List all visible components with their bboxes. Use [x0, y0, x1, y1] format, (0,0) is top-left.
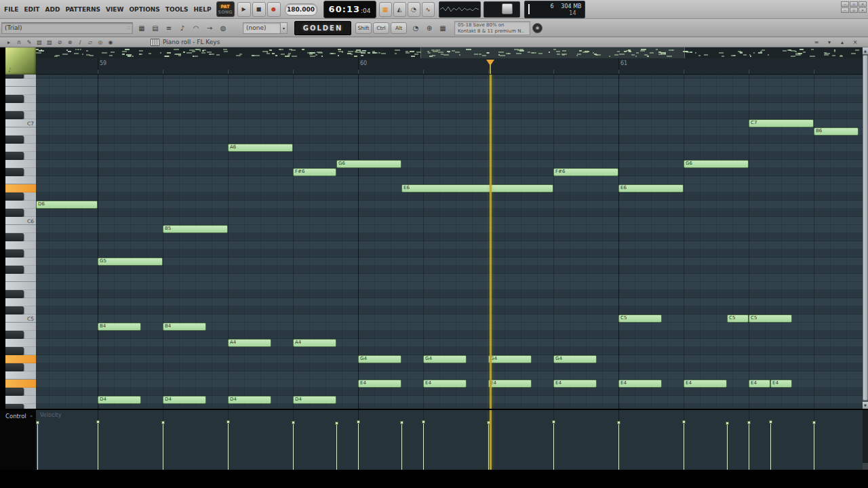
note-g4[interactable]: G4 — [358, 355, 401, 363]
note-d4[interactable]: D4 — [293, 396, 336, 404]
grid-row-ds5[interactable] — [36, 290, 863, 298]
song-preview-scrollbar[interactable] — [36, 47, 863, 58]
vertical-scrollbar[interactable]: ▲ ▼ — [863, 47, 868, 409]
control-target-selector[interactable]: Control » — [0, 410, 36, 470]
note-b4[interactable]: B4 — [98, 323, 141, 331]
note-b6[interactable]: B6 — [814, 127, 859, 136]
scrollbar-thumb[interactable] — [863, 55, 868, 401]
pr-maximize-icon[interactable]: ▴ — [837, 38, 847, 47]
wave-editor-icon[interactable]: ◠ — [190, 20, 202, 36]
grid-row-gs4[interactable] — [36, 347, 863, 355]
note-d4[interactable]: D4 — [163, 396, 206, 404]
velocity-stem[interactable] — [618, 422, 619, 470]
grid-row-d6[interactable] — [36, 201, 863, 209]
velocity-lane[interactable]: Velocity — [36, 410, 863, 470]
piano-key-f4[interactable] — [5, 371, 36, 380]
velocity-handle[interactable] — [682, 420, 686, 424]
velocity-stem[interactable] — [401, 422, 402, 470]
grid-row-gs6[interactable] — [36, 152, 863, 160]
world-icon[interactable]: ⊕ — [423, 20, 435, 36]
velocity-stem[interactable] — [293, 422, 294, 470]
slice-tool-icon[interactable]: ∕ — [75, 38, 85, 47]
grid-row-cs5[interactable] — [36, 306, 863, 314]
piano-key-b4[interactable] — [5, 323, 36, 331]
piano-notes-icon[interactable]: ♪ — [176, 20, 189, 36]
velocity-handle[interactable] — [357, 420, 360, 424]
note-g4[interactable]: G4 — [488, 355, 532, 363]
velocity-handle[interactable] — [292, 421, 295, 424]
inner-maximize-button[interactable]: ▫ — [850, 7, 858, 13]
modifier-alt[interactable]: Alt — [391, 22, 407, 34]
velocity-handle[interactable] — [161, 421, 165, 424]
grid-row-c7[interactable] — [36, 119, 863, 127]
piano-key-e7[interactable] — [5, 87, 36, 95]
note-e4[interactable]: E4 — [618, 380, 662, 388]
piano-key-e4[interactable] — [5, 380, 36, 388]
grid-row-f7[interactable] — [36, 79, 863, 87]
menu-item-edit[interactable]: EDIT — [21, 6, 42, 13]
velocity-stem[interactable] — [684, 422, 684, 470]
menu-item-view[interactable]: VIEW — [103, 6, 126, 13]
paint-drums-icon[interactable]: ▨ — [45, 38, 54, 47]
grid-row-cs6[interactable] — [36, 209, 863, 217]
grid-row-a5[interactable] — [36, 241, 863, 249]
piano-key-fs5[interactable] — [5, 266, 36, 274]
piano-key-cs7[interactable] — [5, 111, 36, 119]
delete-tool-icon[interactable]: ⊘ — [55, 38, 64, 47]
app-maximize-button[interactable]: ▫ — [850, 1, 858, 7]
grid-row-d5[interactable] — [36, 298, 863, 306]
velocity-handle[interactable] — [335, 422, 338, 425]
piano-key-c6[interactable]: C6 — [5, 217, 36, 225]
note-g6[interactable]: G6 — [336, 160, 401, 168]
velocity-stem[interactable] — [37, 422, 38, 470]
piano-key-gs4[interactable] — [5, 347, 36, 355]
grid-row-fs4[interactable] — [36, 363, 863, 371]
grid-row-a6[interactable] — [36, 144, 863, 152]
note-g6[interactable]: G6 — [684, 160, 749, 168]
velocity-stem[interactable] — [98, 422, 98, 470]
note-e6[interactable]: E6 — [618, 184, 684, 192]
time-display[interactable]: 60:13 :04 — [323, 1, 376, 18]
grid-row-d7[interactable] — [36, 103, 863, 111]
grid-row-a4[interactable] — [36, 339, 863, 347]
piano-key-g4[interactable] — [5, 355, 36, 363]
focus-selector[interactable]: (none) — [243, 22, 281, 34]
piano-key-f5[interactable] — [5, 274, 36, 282]
piano-key-f7[interactable] — [5, 79, 36, 87]
piano-key-ds5[interactable] — [5, 290, 36, 298]
grid-row-b6[interactable] — [36, 127, 863, 136]
app-close-button[interactable]: × — [859, 1, 867, 7]
note-e4[interactable]: E4 — [770, 380, 792, 388]
news-badge[interactable]: ◉ — [532, 23, 542, 33]
options-arrow-icon[interactable]: ▸ — [4, 38, 14, 47]
grid-row-cs7[interactable] — [36, 111, 863, 119]
note-e6[interactable]: E6 — [401, 184, 553, 192]
select-tool-icon[interactable]: ▱ — [85, 38, 95, 47]
grid-row-f6[interactable] — [36, 176, 863, 184]
timeline[interactable]: 596061 — [36, 58, 863, 75]
piano-key-g6[interactable] — [5, 160, 36, 168]
velocity-stem[interactable] — [163, 422, 163, 470]
velocity-handle[interactable] — [226, 420, 230, 424]
piano-key-e6[interactable] — [5, 184, 36, 192]
piano-key-as5[interactable] — [5, 233, 36, 241]
note-g5[interactable]: G5 — [98, 258, 163, 266]
menu-item-add[interactable]: ADD — [43, 6, 63, 13]
piano-key-d7[interactable] — [5, 103, 36, 111]
velocity-stem[interactable] — [228, 422, 229, 470]
velocity-stem[interactable] — [770, 422, 771, 470]
piano-key-c5[interactable]: C5 — [5, 314, 36, 323]
grid-row-as6[interactable] — [36, 136, 863, 144]
pattern-list-icon[interactable]: ≡ — [163, 20, 175, 36]
note-grid[interactable]: D6G5B4D4B5B4D4A6A4D4F#6A4D4G6G4E4E6G4E4G… — [36, 75, 863, 409]
velocity-handle[interactable] — [812, 421, 816, 424]
grid-row-f4[interactable] — [36, 371, 863, 380]
piano-key-as4[interactable] — [5, 331, 36, 339]
typing-to-piano-icon[interactable]: ▦ — [379, 2, 392, 17]
velocity-handle[interactable] — [422, 420, 425, 424]
playback-tool-icon[interactable]: ◉ — [106, 38, 115, 47]
zoom-tool-icon[interactable]: ◎ — [96, 38, 105, 47]
grid-row-b4[interactable] — [36, 323, 863, 331]
note-a6[interactable]: A6 — [228, 144, 293, 152]
note-g4[interactable]: G4 — [423, 355, 467, 363]
